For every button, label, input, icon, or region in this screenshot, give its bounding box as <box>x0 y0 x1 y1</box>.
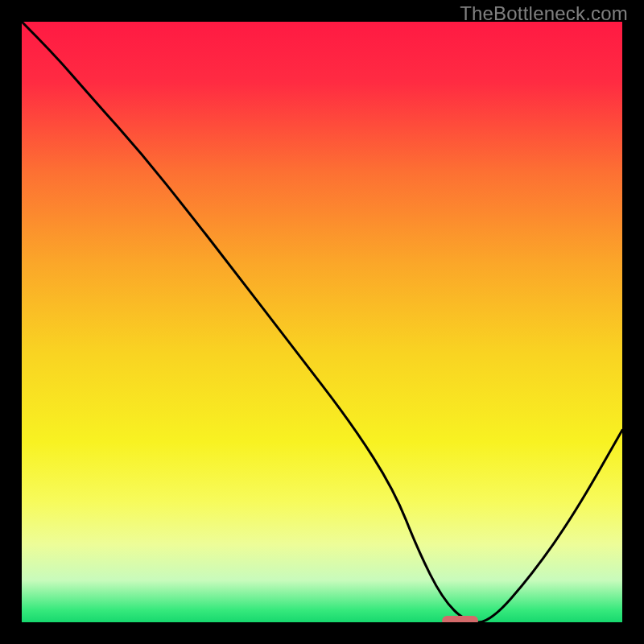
chart-frame: TheBottleneck.com <box>0 0 644 644</box>
watermark-text: TheBottleneck.com <box>460 2 628 25</box>
optimal-marker <box>442 616 478 622</box>
chart-background <box>22 22 622 622</box>
chart-plot <box>22 22 622 622</box>
